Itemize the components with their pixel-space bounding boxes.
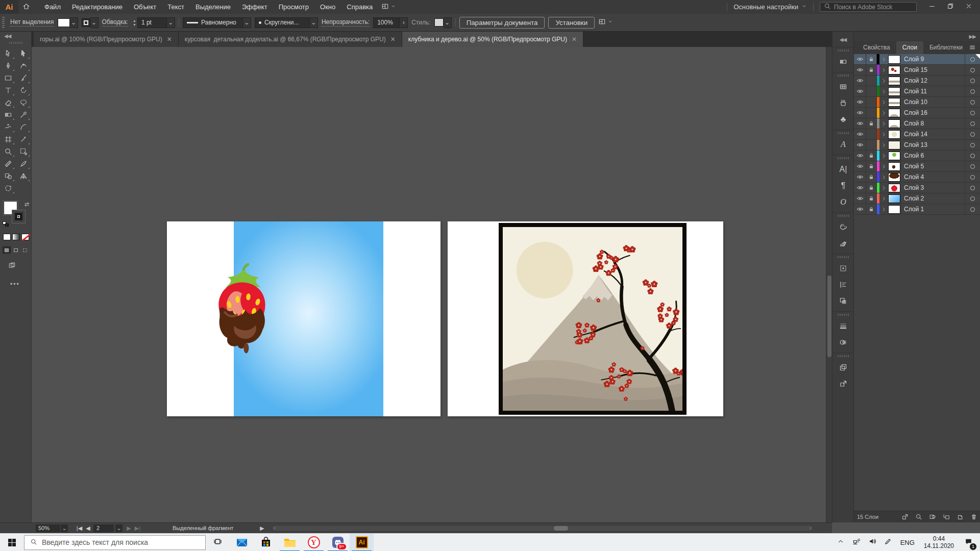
target-circle-icon[interactable] (965, 118, 980, 129)
brushes-panel-icon[interactable] (832, 95, 854, 111)
lock-icon[interactable] (866, 118, 877, 129)
visibility-eye-icon[interactable] (854, 172, 866, 182)
expand-layer-icon[interactable] (879, 174, 888, 180)
stroke-weight-control[interactable]: ▲▼ 1 pt ⌄ (132, 17, 175, 28)
menu-item[interactable]: Выделение (190, 0, 236, 14)
rectangle-tool[interactable] (2, 72, 15, 84)
target-circle-icon[interactable] (965, 76, 980, 86)
measure-tool[interactable] (2, 158, 15, 169)
drag-handle[interactable] (9, 42, 22, 44)
lock-toggle-empty[interactable] (866, 108, 877, 118)
expand-layer-icon[interactable] (879, 185, 888, 191)
artboard-tool[interactable] (2, 134, 15, 145)
prev-artboard-button[interactable]: ◀ (84, 525, 92, 532)
layer-row[interactable]: Слой 16 (854, 108, 980, 118)
width-profile-field[interactable]: Равномерно (183, 17, 243, 28)
style-control[interactable]: ⌄ (434, 17, 452, 28)
status-menu-icon[interactable]: ▶ (260, 525, 264, 532)
stroke-color-well[interactable] (12, 210, 26, 223)
menu-item[interactable]: Редактирование (66, 0, 128, 14)
style-swatch[interactable] (434, 18, 444, 27)
expand-layer-icon[interactable] (879, 121, 888, 127)
zoom-level[interactable]: 50% (36, 524, 60, 532)
color-button[interactable] (3, 234, 11, 240)
panel-tab-inactive[interactable]: Библиотеки (923, 41, 969, 54)
layer-name[interactable]: Слой 13 (904, 141, 965, 148)
magic-wand-tool[interactable] (17, 134, 30, 145)
rotate-tool[interactable] (17, 85, 30, 96)
lock-icon[interactable] (866, 193, 877, 204)
target-circle-icon[interactable] (965, 172, 980, 182)
workspace-switcher[interactable]: Основные настройки (733, 3, 807, 11)
transparency-panel-icon[interactable] (832, 334, 854, 350)
swap-fill-stroke-icon[interactable]: ⇄ (24, 201, 29, 208)
layer-row[interactable]: Слой 8 (854, 118, 980, 129)
horizontal-scrollbar[interactable]: ‹ › (272, 525, 814, 532)
layer-thumbnail[interactable] (888, 98, 900, 107)
stepper[interactable]: ▲▼ (132, 19, 137, 27)
arc-tool[interactable] (17, 121, 30, 133)
stock-search-input[interactable]: Поиск в Adobe Stock (820, 2, 917, 12)
layer-name[interactable]: Слой 15 (904, 66, 965, 73)
drag-handle[interactable] (838, 314, 849, 316)
target-circle-icon[interactable] (965, 193, 980, 204)
visibility-eye-icon[interactable] (854, 204, 866, 214)
visibility-eye-icon[interactable] (854, 183, 866, 193)
network-icon[interactable] (850, 537, 863, 547)
target-circle-icon[interactable] (965, 183, 980, 193)
document-tab[interactable]: курсовая детальная доделать.ai @ 66,67% … (179, 32, 402, 47)
chevron-down-icon[interactable]: ⌄ (243, 17, 251, 28)
stroke-panel-icon[interactable] (832, 318, 854, 334)
perspective-grid-tool[interactable] (17, 170, 30, 182)
artboards-panel-icon[interactable] (832, 359, 854, 375)
panel-tab-active[interactable]: Слои (896, 41, 923, 54)
canvas[interactable]: Активация Windows Чтобы активировать Win… (32, 47, 826, 522)
scrollbar-thumb[interactable] (554, 526, 568, 531)
collapse-panel-icon[interactable]: ▶▶ (854, 32, 980, 41)
start-button[interactable] (0, 534, 24, 551)
layer-name[interactable]: Слой 6 (904, 152, 965, 159)
zoom-tool[interactable] (2, 146, 15, 157)
lock-icon[interactable] (866, 172, 877, 182)
target-circle-icon[interactable] (965, 65, 980, 75)
color-guide-panel-icon[interactable] (832, 235, 854, 252)
preferences-button[interactable]: Установки (548, 17, 595, 29)
layer-name[interactable]: Слой 12 (904, 77, 965, 84)
taskbar-app-yandex-browser[interactable]: Y (302, 534, 326, 551)
layer-thumbnail[interactable] (888, 173, 900, 182)
menu-item[interactable]: Файл (39, 0, 66, 14)
none-button[interactable] (21, 234, 29, 240)
pathfinder-panel-icon[interactable] (832, 293, 854, 309)
target-circle-icon[interactable] (965, 151, 980, 161)
scroll-right-icon[interactable]: › (810, 525, 811, 531)
gradient-tool[interactable] (2, 109, 15, 120)
layer-row[interactable]: Слой 14 (854, 129, 980, 140)
target-circle-icon[interactable] (965, 54, 980, 64)
layer-name[interactable]: Слой 16 (904, 109, 965, 116)
layer-row[interactable]: Слой 1 (854, 204, 980, 215)
target-circle-icon[interactable] (965, 86, 980, 96)
document-tab[interactable]: клубника и дерево.ai @ 50% (RGB/Предпрос… (402, 32, 583, 47)
last-artboard-button[interactable]: ▶| (133, 525, 142, 532)
panel-menu-icon[interactable] (969, 44, 976, 53)
chevron-down-icon[interactable]: ⌄ (70, 17, 78, 28)
eyedropper-tool[interactable] (17, 109, 30, 120)
chevron-right-icon[interactable]: › (400, 17, 408, 28)
gradient-button[interactable] (12, 234, 20, 240)
knife-tool[interactable] (17, 158, 30, 169)
default-colors-icon[interactable] (3, 221, 9, 227)
artboard-dropdown-icon[interactable]: ⌄ (115, 524, 122, 532)
layer-row[interactable]: Слой 6 (854, 151, 980, 161)
opacity-value[interactable]: 100% (373, 17, 400, 28)
layer-name[interactable]: Слой 2 (904, 195, 965, 202)
layer-thumbnail[interactable] (888, 194, 900, 203)
taskbar-app-store[interactable] (254, 534, 278, 551)
close-tab-icon[interactable]: ✕ (572, 36, 577, 43)
clock[interactable]: 0:44 14.11.2020 (921, 535, 957, 549)
next-artboard-button[interactable]: ▶ (125, 525, 133, 532)
visibility-eye-icon[interactable] (854, 108, 866, 118)
shape-builder-tool[interactable] (2, 170, 15, 182)
locate-object-icon[interactable] (915, 513, 922, 520)
first-artboard-button[interactable]: |◀ (75, 525, 84, 532)
eraser-tool[interactable] (2, 97, 15, 108)
